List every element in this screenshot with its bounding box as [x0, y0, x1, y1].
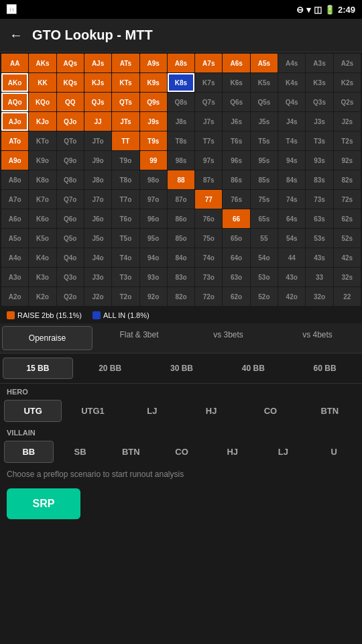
grid-cell-t7o[interactable]: T7o [112, 190, 139, 209]
bb-option-60bb[interactable]: 60 BB [290, 358, 359, 379]
grid-cell-q4s[interactable]: Q4s [278, 93, 305, 111]
grid-cell-62s[interactable]: 62s [334, 209, 361, 228]
grid-cell-q2o[interactable]: Q2o [57, 287, 84, 306]
grid-cell-j6s[interactable]: J6s [223, 112, 249, 131]
grid-cell-54o[interactable]: 54o [251, 248, 278, 267]
grid-cell-97s[interactable]: 97s [195, 151, 222, 170]
grid-cell-77[interactable]: 77 [195, 190, 222, 209]
grid-cell-75o[interactable]: 75o [195, 229, 222, 248]
grid-cell-q7o[interactable]: Q7o [57, 190, 84, 209]
grid-cell-22[interactable]: 22 [334, 287, 361, 306]
grid-cell-a4s[interactable]: A4s [278, 54, 305, 72]
hero-pos-utg1[interactable]: UTG1 [64, 400, 121, 422]
grid-cell-j8s[interactable]: J8s [168, 112, 194, 131]
grid-cell-76o[interactable]: 76o [195, 209, 222, 228]
villain-pos-btn-2[interactable]: BTN [107, 441, 155, 463]
grid-cell-a3s[interactable]: A3s [306, 54, 333, 72]
tab-flat---3bet[interactable]: Flat & 3bet [95, 323, 184, 353]
grid-cell-65s[interactable]: 65s [251, 209, 278, 228]
grid-cell-a9o[interactable]: A9o [1, 151, 28, 170]
grid-cell-43s[interactable]: 43s [306, 248, 333, 267]
grid-cell-kjs[interactable]: KJs [84, 73, 111, 92]
grid-cell-65o[interactable]: 65o [223, 229, 249, 248]
grid-cell-kk[interactable]: KK [29, 73, 56, 92]
grid-cell-32s[interactable]: 32s [334, 268, 361, 286]
grid-cell-j5s[interactable]: J5s [251, 112, 278, 131]
grid-cell-72o[interactable]: 72o [195, 287, 222, 306]
grid-cell-k5s[interactable]: K5s [251, 73, 278, 92]
grid-cell-k3s[interactable]: K3s [306, 73, 333, 92]
grid-cell-53o[interactable]: 53o [251, 268, 278, 286]
back-button[interactable]: ← [9, 28, 23, 43]
grid-cell-kts[interactable]: KTs [112, 73, 139, 92]
grid-cell-ako[interactable]: AKo [1, 73, 28, 92]
grid-cell-63s[interactable]: 63s [306, 209, 333, 228]
grid-cell-54s[interactable]: 54s [278, 229, 305, 248]
grid-cell-87o[interactable]: 87o [168, 190, 194, 209]
grid-cell-j8o[interactable]: J8o [84, 170, 111, 189]
grid-cell-93s[interactable]: 93s [306, 151, 333, 170]
grid-cell-j7s[interactable]: J7s [195, 112, 222, 131]
grid-cell-87s[interactable]: 87s [195, 170, 222, 189]
grid-cell-k6o[interactable]: K6o [29, 209, 56, 228]
grid-cell-t5o[interactable]: T5o [112, 229, 139, 248]
grid-cell-qjo[interactable]: QJo [57, 112, 84, 131]
tab-vs-3bets[interactable]: vs 3bets [184, 323, 273, 353]
grid-cell-q8s[interactable]: Q8s [168, 93, 194, 111]
bb-option-15bb[interactable]: 15 BB [3, 358, 73, 379]
grid-cell-q3o[interactable]: Q3o [57, 268, 84, 286]
grid-cell-75s[interactable]: 75s [251, 190, 278, 209]
grid-cell-q5o[interactable]: Q5o [57, 229, 84, 248]
hero-pos-btn[interactable]: BTN [302, 400, 358, 422]
grid-cell-92s[interactable]: 92s [334, 151, 361, 170]
grid-cell-a5s[interactable]: A5s [251, 54, 278, 72]
grid-cell-t4o[interactable]: T4o [112, 248, 139, 267]
grid-cell-q8o[interactable]: Q8o [57, 170, 84, 189]
grid-cell-k2o[interactable]: K2o [29, 287, 56, 306]
grid-cell-ajs[interactable]: AJs [84, 54, 111, 72]
grid-cell-a7o[interactable]: A7o [1, 190, 28, 209]
grid-cell-94o[interactable]: 94o [140, 248, 167, 267]
grid-cell-66[interactable]: 66 [223, 209, 249, 228]
grid-cell-j4o[interactable]: J4o [84, 248, 111, 267]
grid-cell-62o[interactable]: 62o [223, 287, 249, 306]
grid-cell-t3o[interactable]: T3o [112, 268, 139, 286]
grid-cell-qts[interactable]: QTs [112, 93, 139, 111]
grid-cell-q9s[interactable]: Q9s [140, 93, 167, 111]
grid-cell-k9s[interactable]: K9s [140, 73, 167, 92]
grid-cell-86s[interactable]: 86s [223, 170, 249, 189]
grid-cell-t8s[interactable]: T8s [168, 131, 194, 150]
grid-cell-92o[interactable]: 92o [140, 287, 167, 306]
grid-cell-j7o[interactable]: J7o [84, 190, 111, 209]
grid-cell-85s[interactable]: 85s [251, 170, 278, 189]
grid-cell-95s[interactable]: 95s [251, 151, 278, 170]
tab-openraise[interactable]: Openraise [2, 326, 93, 350]
grid-cell-82o[interactable]: 82o [168, 287, 194, 306]
grid-cell-t4s[interactable]: T4s [278, 131, 305, 150]
grid-cell-aks[interactable]: AKs [29, 54, 56, 72]
grid-cell-t5s[interactable]: T5s [251, 131, 278, 150]
grid-cell-qjs[interactable]: QJs [84, 93, 111, 111]
grid-cell-t6o[interactable]: T6o [112, 209, 139, 228]
grid-cell-j5o[interactable]: J5o [84, 229, 111, 248]
grid-cell-a8o[interactable]: A8o [1, 170, 28, 189]
grid-cell-j9o[interactable]: J9o [84, 151, 111, 170]
grid-cell-k4s[interactable]: K4s [278, 73, 305, 92]
grid-cell-j6o[interactable]: J6o [84, 209, 111, 228]
grid-cell-q5s[interactable]: Q5s [251, 93, 278, 111]
hero-pos-utg[interactable]: UTG [4, 400, 62, 422]
grid-cell-k3o[interactable]: K3o [29, 268, 56, 286]
grid-cell-84o[interactable]: 84o [168, 248, 194, 267]
srp-button[interactable]: SRP [7, 488, 80, 519]
grid-cell-98o[interactable]: 98o [140, 170, 167, 189]
grid-cell-53s[interactable]: 53s [306, 229, 333, 248]
grid-cell-kqo[interactable]: KQo [29, 93, 56, 111]
grid-cell-k9o[interactable]: K9o [29, 151, 56, 170]
grid-cell-72s[interactable]: 72s [334, 190, 361, 209]
grid-cell-j4s[interactable]: J4s [278, 112, 305, 131]
grid-cell-q4o[interactable]: Q4o [57, 248, 84, 267]
grid-cell-j9s[interactable]: J9s [140, 112, 167, 131]
grid-cell-k4o[interactable]: K4o [29, 248, 56, 267]
grid-cell-64s[interactable]: 64s [278, 209, 305, 228]
grid-cell-j3o[interactable]: J3o [84, 268, 111, 286]
